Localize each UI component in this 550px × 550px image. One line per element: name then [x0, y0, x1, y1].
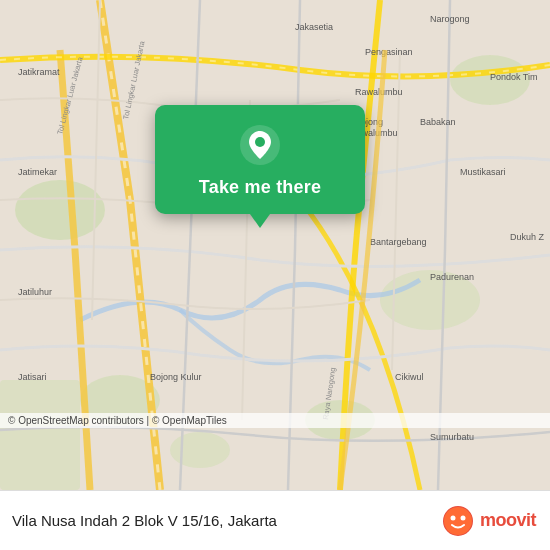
- svg-point-31: [255, 137, 265, 147]
- svg-point-35: [460, 515, 465, 520]
- svg-text:Pengasinan: Pengasinan: [365, 47, 413, 57]
- svg-text:Jatimekar: Jatimekar: [18, 167, 57, 177]
- svg-text:Pondok Tim: Pondok Tim: [490, 72, 538, 82]
- svg-text:Jatisari: Jatisari: [18, 372, 47, 382]
- take-me-there-button[interactable]: Take me there: [199, 175, 321, 200]
- svg-text:Jakasetia: Jakasetia: [295, 22, 333, 32]
- moovit-brand-text: moovit: [480, 510, 536, 531]
- location-pin-icon: [238, 123, 282, 167]
- svg-text:Dukuh Z: Dukuh Z: [510, 232, 545, 242]
- bottom-bar: Vila Nusa Indah 2 Blok V 15/16, Jakarta …: [0, 490, 550, 550]
- svg-text:Narogong: Narogong: [430, 14, 470, 24]
- svg-text:Sumurbatu: Sumurbatu: [430, 432, 474, 442]
- svg-text:Padurenan: Padurenan: [430, 272, 474, 282]
- svg-point-34: [450, 515, 455, 520]
- osm-attribution: © OpenStreetMap contributors | © OpenMap…: [0, 413, 550, 428]
- svg-point-33: [444, 507, 472, 535]
- svg-text:Babakan: Babakan: [420, 117, 456, 127]
- svg-text:Bantargebang: Bantargebang: [370, 237, 427, 247]
- svg-point-1: [15, 180, 105, 240]
- location-title: Vila Nusa Indah 2 Blok V 15/16, Jakarta: [12, 512, 442, 529]
- svg-text:Jatikramat: Jatikramat: [18, 67, 60, 77]
- map-container: Jatikramat Jatimekar Jatiluhur Jatisari …: [0, 0, 550, 490]
- svg-text:Cikiwul: Cikiwul: [395, 372, 424, 382]
- popup-card: Take me there: [155, 105, 365, 214]
- svg-point-7: [170, 432, 230, 468]
- svg-text:Jatiluhur: Jatiluhur: [18, 287, 52, 297]
- attribution-text: © OpenStreetMap contributors | © OpenMap…: [8, 415, 227, 426]
- moovit-logo: moovit: [442, 505, 536, 537]
- svg-rect-4: [0, 380, 80, 490]
- svg-text:Rawalumbu: Rawalumbu: [355, 87, 403, 97]
- svg-text:Bojong Kulur: Bojong Kulur: [150, 372, 202, 382]
- svg-text:Mustikasari: Mustikasari: [460, 167, 506, 177]
- moovit-icon: [442, 505, 474, 537]
